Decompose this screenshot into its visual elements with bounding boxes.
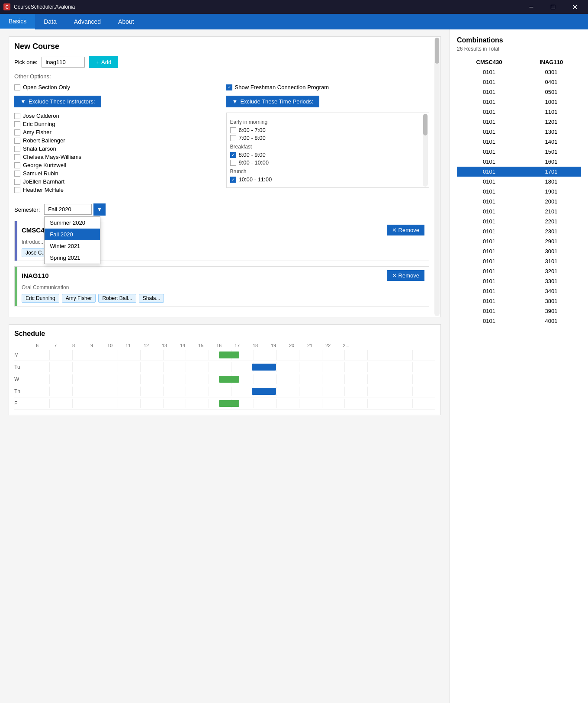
instructor-tag: Eric Dunning (22, 294, 59, 303)
course-description: Oral Communication (17, 284, 429, 292)
window-controls: – □ ✕ (521, 0, 585, 14)
instructor-checkbox-1[interactable] (14, 121, 20, 127)
course-instructors: Eric Dunning Amy Fisher Robert Ball... S… (17, 292, 429, 306)
time-item: 9:00 - 10:00 (230, 159, 420, 166)
schedule-bar-F-green (219, 400, 239, 407)
combo-row[interactable]: 01012001 (457, 197, 581, 206)
combo-cell-c2: 2001 (521, 197, 581, 206)
combo-row[interactable]: 01013301 (457, 276, 581, 286)
col-inag110: INAG110 (521, 57, 581, 67)
show-freshman-checkbox[interactable]: ✓ (226, 84, 232, 90)
time-checkbox-1000[interactable]: ✓ (230, 177, 236, 183)
combo-row[interactable]: 01013901 (457, 306, 581, 316)
time-scroll-thumb[interactable] (423, 114, 427, 135)
menu-advanced[interactable]: Advanced (65, 14, 109, 29)
hour-17: 17 (228, 343, 246, 348)
instructor-checkbox-2[interactable] (14, 129, 20, 135)
instructor-list: Jose Calderon Eric Dunning Amy Fisher (14, 113, 218, 193)
course-input[interactable] (42, 57, 85, 68)
main-container: New Course Pick one: + Add Other Options… (0, 29, 588, 703)
combo-row[interactable]: 01010301 (457, 67, 581, 77)
main-scroll-thumb[interactable] (435, 38, 439, 64)
combo-row[interactable]: 01012901 (457, 236, 581, 246)
combo-row[interactable]: 01011801 (457, 177, 581, 187)
semester-input[interactable] (44, 204, 92, 215)
schedule-bar-M-green (219, 352, 239, 358)
combo-row[interactable]: 01011701 (457, 167, 581, 177)
combo-row[interactable]: 01012101 (457, 206, 581, 216)
combo-cell-c2: 1001 (521, 97, 581, 107)
instructor-name-5: Chelsea Mays-Williams (23, 154, 81, 160)
instructor-checkbox-0[interactable] (14, 113, 20, 119)
schedule-row-M: M (14, 349, 435, 361)
combo-row[interactable]: 01011101 (457, 107, 581, 117)
remove-cmsc430-btn[interactable]: ✕ Remove (387, 225, 424, 235)
time-checkbox-600[interactable] (230, 127, 236, 133)
menu-basics[interactable]: Basics (0, 14, 35, 29)
combo-row[interactable]: 01013001 (457, 246, 581, 256)
combo-cell-c1: 0101 (457, 256, 521, 266)
close-button[interactable]: ✕ (565, 0, 585, 14)
instructor-name-7: Samuel Rubin (23, 170, 58, 177)
instructor-checkbox-3[interactable] (14, 138, 20, 144)
combo-cell-c2: 1801 (521, 177, 581, 187)
minimize-button[interactable]: – (521, 0, 541, 14)
maximize-button[interactable]: □ (543, 0, 563, 14)
instructor-name-9: Heather McHale (23, 187, 64, 193)
course-card-inag110: INAG110 ✕ Remove Oral Communication Eric… (14, 266, 429, 306)
combo-row[interactable]: 01013801 (457, 296, 581, 306)
remove-inag110-btn[interactable]: ✕ Remove (387, 270, 424, 281)
combo-row[interactable]: 01012301 (457, 226, 581, 236)
schedule-bar-W-green (219, 376, 239, 383)
exclude-times-btn[interactable]: ▼ Exclude These Time Periods: (226, 96, 320, 107)
combo-cell-c2: 3001 (521, 246, 581, 256)
combo-cell-c2: 1501 (521, 147, 581, 157)
combo-row[interactable]: 01014001 (457, 316, 581, 326)
combo-cell-c1: 0101 (457, 286, 521, 296)
combo-cell-c2: 2301 (521, 226, 581, 236)
combo-row[interactable]: 01011001 (457, 97, 581, 107)
combo-row[interactable]: 01013201 (457, 266, 581, 276)
time-checkbox-900[interactable] (230, 160, 236, 166)
semester-row: Semester: ▼ Summer 2020 Fall 2020 Winter… (14, 203, 429, 216)
menubar: Basics Data Advanced About (0, 14, 588, 29)
combo-row[interactable]: 01011301 (457, 127, 581, 137)
combo-row[interactable]: 01011601 (457, 157, 581, 167)
time-checkbox-700[interactable] (230, 135, 236, 141)
combo-row[interactable]: 01011401 (457, 137, 581, 147)
semester-select-container: ▼ Summer 2020 Fall 2020 Winter 2021 Spri… (44, 203, 106, 216)
combo-cell-c1: 0101 (457, 197, 521, 206)
instructor-checkbox-7[interactable] (14, 171, 20, 177)
combo-row[interactable]: 01011901 (457, 187, 581, 197)
exclude-times-label: Exclude These Time Periods: (240, 98, 313, 105)
semester-option-spring2021[interactable]: Spring 2021 (45, 252, 100, 264)
menu-data[interactable]: Data (35, 14, 65, 29)
combo-row[interactable]: 01010501 (457, 87, 581, 97)
combo-row[interactable]: 01013401 (457, 286, 581, 296)
open-section-checkbox[interactable] (14, 84, 20, 90)
schedule-title: Schedule (14, 330, 435, 338)
instructor-checkbox-9[interactable] (14, 187, 20, 193)
main-scroll-area[interactable]: New Course Pick one: + Add Other Options… (9, 36, 441, 317)
add-button[interactable]: + Add (89, 56, 118, 68)
instructor-checkbox-5[interactable] (14, 154, 20, 160)
exclude-instructors-btn[interactable]: ▼ Exclude These Instructors: (14, 96, 101, 107)
instructor-checkbox-8[interactable] (14, 179, 20, 185)
time-checkbox-800[interactable]: ✓ (230, 152, 236, 158)
combo-row[interactable]: 01010401 (457, 77, 581, 87)
early-morning-label: Early in morning (230, 119, 420, 125)
semester-option-fall2020[interactable]: Fall 2020 (45, 229, 100, 240)
menu-about[interactable]: About (109, 14, 143, 29)
results-count: 26 Results in Total (457, 46, 581, 52)
combo-row[interactable]: 01013101 (457, 256, 581, 266)
combo-row[interactable]: 01011501 (457, 147, 581, 157)
instructor-checkbox-4[interactable] (14, 146, 20, 152)
combo-row[interactable]: 01012201 (457, 216, 581, 226)
semester-dropdown-menu: Summer 2020 Fall 2020 Winter 2021 Spring… (44, 216, 100, 264)
combo-row[interactable]: 01011201 (457, 117, 581, 127)
time-range: 9:00 - 10:00 (239, 159, 269, 166)
semester-dropdown-btn[interactable]: ▼ (93, 203, 106, 216)
instructor-checkbox-6[interactable] (14, 162, 20, 168)
semester-option-winter2021[interactable]: Winter 2021 (45, 240, 100, 252)
semester-option-summer2020[interactable]: Summer 2020 (45, 217, 100, 229)
